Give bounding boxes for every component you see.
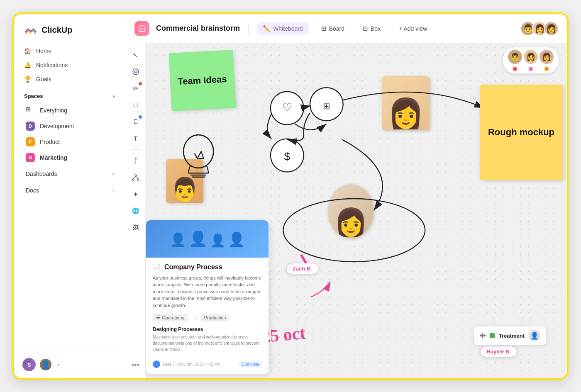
everything-icon: ⊞ <box>26 106 35 115</box>
cube-icon <box>138 24 146 33</box>
collab-1-dot <box>513 67 517 71</box>
app-name: ClickUp <box>42 25 72 35</box>
goals-icon: 🏆 <box>24 76 31 83</box>
collab-1: 👨 <box>508 50 522 71</box>
svg-text:⊞: ⊞ <box>323 101 330 111</box>
svg-line-5 <box>133 176 136 179</box>
marketing-dot: M <box>26 153 35 162</box>
doc-author-avatar <box>153 360 160 368</box>
doc-tag-operations: ☰ Operations <box>153 314 188 321</box>
sidebar-item-marketing[interactable]: M Marketing <box>16 150 124 166</box>
svg-point-12 <box>310 88 343 121</box>
name-badge-zach: Zach B. <box>286 263 318 274</box>
sidebar-item-dashboards[interactable]: Dashboards › <box>16 166 124 182</box>
svg-point-3 <box>132 179 134 180</box>
doc-card-body: 📄 Company Process As your business grows… <box>146 258 269 374</box>
notification-icon: 🔔 <box>24 62 31 68</box>
project-icon <box>134 21 149 36</box>
cursor-tool[interactable]: ↖ <box>129 48 143 62</box>
whiteboard-tab-icon: ✏️ <box>263 25 271 32</box>
tab-box[interactable]: ⊟ Box <box>357 22 386 35</box>
sidebar-nav: 🏠 Home 🔔 Notifications 🏆 Goals <box>14 44 126 86</box>
tab-whiteboard[interactable]: ✏️ Whiteboard <box>257 22 309 35</box>
person-photo-woman1: 👩 <box>382 76 430 130</box>
user-avatar-s[interactable]: S <box>22 358 36 371</box>
nav-home[interactable]: 🏠 Home <box>19 44 121 58</box>
logo-area[interactable]: ClickUp <box>14 14 126 44</box>
sidebar-bottom: S 👤 ▾ <box>14 351 126 378</box>
name-badge-haylee: Haylee B. <box>480 346 517 357</box>
product-dot: P <box>26 137 35 146</box>
list-icon: ☰ <box>156 315 160 320</box>
collab-3-dot <box>544 67 549 71</box>
topbar: Commercial brainstorm ✏️ Whiteboard ⊞ Bo… <box>126 14 567 43</box>
nav-notifications[interactable]: 🔔 Notifications <box>19 58 121 72</box>
clickup-logo-icon <box>24 23 37 37</box>
doc-card-description: As your business grows, things will inev… <box>153 275 262 309</box>
treatment-status-dot <box>490 333 495 338</box>
globe-tool[interactable]: 🌐 <box>129 204 143 218</box>
spaces-list: ⊞ Everything D Development P Product M M… <box>14 102 126 166</box>
person-photo-man: 👨 <box>166 159 203 203</box>
sidebar: ClickUp 🏠 Home 🔔 Notifications 🏆 Goals S… <box>14 14 126 378</box>
topbar-divider <box>248 24 249 34</box>
docs-chevron-icon: › <box>112 187 114 193</box>
toolbar-more-button[interactable]: ••• <box>128 358 143 373</box>
svg-text:$: $ <box>284 150 290 163</box>
spaces-section-header: Spaces ∨ <box>14 86 126 102</box>
collab-2: 👩 <box>524 50 538 71</box>
pen-tool[interactable]: ✏ <box>129 81 143 95</box>
doc-author-name: Leila T. <box>163 362 176 367</box>
sticky-note-tool[interactable]: 🗒 <box>129 114 143 129</box>
treatment-card[interactable]: Treatment 👤 <box>474 326 546 345</box>
add-view-button[interactable]: + Add view <box>393 23 433 34</box>
toolbar-divider-1 <box>131 149 141 150</box>
doc-icon: 📄 <box>153 263 161 271</box>
sidebar-item-everything[interactable]: ⊞ Everything <box>16 102 124 118</box>
nav-goals[interactable]: 🏆 Goals <box>19 72 121 86</box>
home-icon: 🏠 <box>24 48 31 54</box>
arrow-icon: → <box>191 314 198 321</box>
image-tool[interactable]: 🖼 <box>129 220 143 234</box>
development-dot: D <box>26 122 35 131</box>
collab-2-dot <box>529 67 533 71</box>
user-dropdown-icon[interactable]: ▾ <box>57 362 60 368</box>
spaces-chevron-icon[interactable]: ∨ <box>112 93 116 99</box>
person-photo-woman2: 👩 <box>328 184 374 238</box>
sticky-note-rough-mockup[interactable]: Rough mockup <box>480 85 563 180</box>
user-avatar-2[interactable]: 👤 <box>39 358 52 371</box>
svg-point-14 <box>271 139 304 172</box>
doc-tag-production: Production <box>201 314 229 321</box>
collab-3: 👩 <box>540 50 554 71</box>
board-tab-icon: ⊞ <box>321 25 327 32</box>
treatment-avatar: 👤 <box>529 330 540 341</box>
left-toolbar: ↖ ✏ □ 🗒 T <box>126 43 145 378</box>
sidebar-item-development[interactable]: D Development <box>16 118 124 134</box>
sidebar-item-docs[interactable]: Docs › <box>16 182 124 199</box>
sidebar-item-product[interactable]: P Product <box>16 134 124 150</box>
box-tab-icon: ⊟ <box>363 25 368 32</box>
app-frame: ClickUp 🏠 Home 🔔 Notifications 🏆 Goals S… <box>12 12 569 380</box>
connector-tool[interactable]: ⤴ <box>129 154 143 168</box>
doc-status-badge: Complete <box>239 361 262 368</box>
sparkle-tool[interactable]: ✦ <box>129 187 143 201</box>
shape-tool[interactable]: □ <box>129 98 143 112</box>
tab-board[interactable]: ⊞ Board <box>315 22 350 35</box>
svg-point-4 <box>137 179 139 180</box>
treatment-label: Treatment <box>499 333 525 339</box>
palette-tool[interactable] <box>129 65 143 79</box>
project-title: Commercial brainstorm <box>156 24 240 33</box>
text-tool[interactable]: T <box>129 131 143 145</box>
dashboards-chevron-icon: › <box>112 171 114 177</box>
doc-card-footer: Leila T. Nov 8th, 2021 4:42 PM Complete <box>153 357 262 368</box>
svg-point-1 <box>133 69 139 75</box>
network-tool[interactable] <box>129 170 143 185</box>
doc-card-header: 👤 👤 👤 👤 <box>146 220 269 258</box>
collab-avatar-3: 👩 <box>544 21 559 36</box>
svg-line-6 <box>136 176 138 179</box>
sticky-note-team-ideas[interactable]: Team ideas <box>168 50 236 111</box>
document-card[interactable]: 👤 👤 👤 👤 📄 Company Process As your busine… <box>146 220 269 374</box>
canvas-content: ♡ ⊞ $ <box>145 43 567 378</box>
doc-section-desc: Maintaining an accurate and well-organiz… <box>153 334 262 353</box>
canvas-area[interactable]: ↖ ✏ □ 🗒 T <box>126 43 567 378</box>
